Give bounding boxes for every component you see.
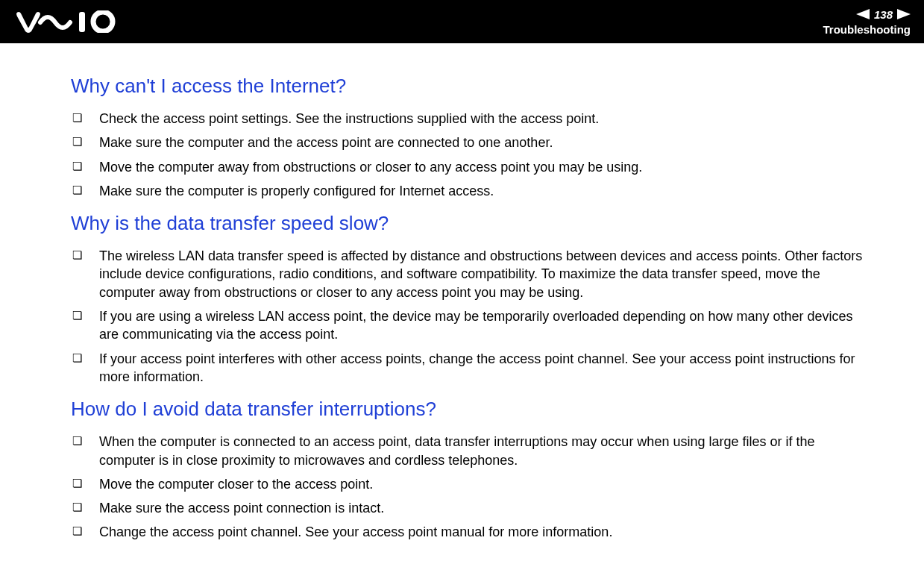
page-nav-row: 138 (856, 8, 911, 21)
nav-prev-icon[interactable] (856, 9, 870, 19)
content-area: Why can't I access the Internet? Check t… (0, 43, 924, 542)
list-item: The wireless LAN data transfer speed is … (71, 247, 872, 301)
section-heading: Why is the data transfer speed slow? (71, 212, 872, 235)
list-item: Move the computer away from obstructions… (71, 158, 872, 176)
section-heading: How do I avoid data transfer interruptio… (71, 398, 872, 421)
bullet-list: When the computer is connected to an acc… (71, 433, 872, 541)
list-item: Move the computer closer to the access p… (71, 475, 872, 493)
section-heading: Why can't I access the Internet? (71, 75, 872, 98)
page-nav: 138 Troubleshooting (823, 8, 911, 36)
list-item: Make sure the computer is properly confi… (71, 182, 872, 200)
svg-point-1 (93, 12, 113, 31)
section-block: Why can't I access the Internet? Check t… (71, 75, 872, 200)
list-item: When the computer is connected to an acc… (71, 433, 872, 469)
list-item: If your access point interferes with oth… (71, 350, 872, 386)
svg-rect-0 (79, 12, 85, 32)
list-item: Change the access point channel. See you… (71, 523, 872, 541)
vaio-logo (16, 10, 121, 33)
section-block: How do I avoid data transfer interruptio… (71, 398, 872, 541)
list-item: If you are using a wireless LAN access p… (71, 307, 872, 344)
section-block: Why is the data transfer speed slow? The… (71, 212, 872, 386)
bullet-list: The wireless LAN data transfer speed is … (71, 247, 872, 386)
bullet-list: Check the access point settings. See the… (71, 110, 872, 200)
list-item: Check the access point settings. See the… (71, 110, 872, 128)
list-item: Make sure the computer and the access po… (71, 134, 872, 151)
list-item: Make sure the access point connection is… (71, 499, 872, 517)
section-label: Troubleshooting (823, 23, 911, 36)
page-number: 138 (874, 8, 893, 21)
header-bar: 138 Troubleshooting (0, 0, 924, 43)
nav-next-icon[interactable] (897, 9, 911, 19)
